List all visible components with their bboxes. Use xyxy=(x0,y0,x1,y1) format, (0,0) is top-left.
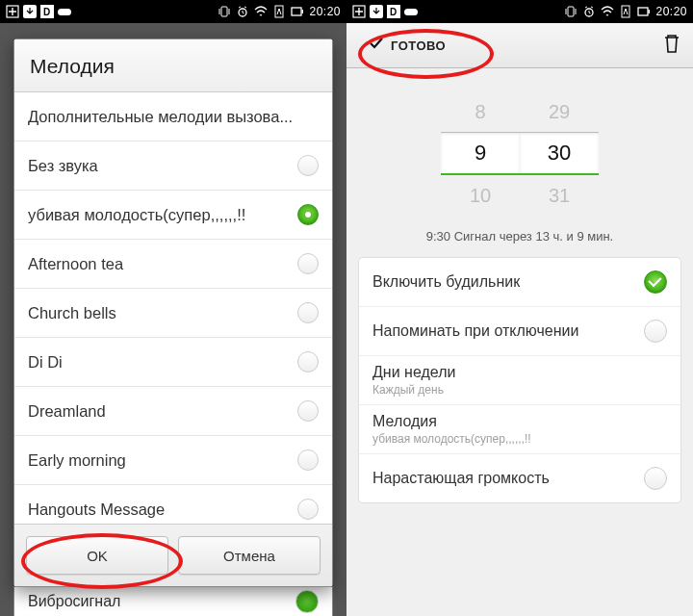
d-app-icon: D xyxy=(40,5,54,18)
svg-text:D: D xyxy=(43,7,50,17)
ringtone-label: Dreamland xyxy=(28,402,106,421)
statusbar-right: 20:20 xyxy=(218,5,341,18)
gamepad-icon xyxy=(404,5,418,18)
radio-indicator[interactable] xyxy=(297,302,319,323)
download-icon xyxy=(23,5,37,18)
statusbar-left: D xyxy=(6,5,71,18)
svg-rect-18 xyxy=(638,8,648,15)
statusbar: D 20:20 xyxy=(346,0,693,23)
minute-current: 30 xyxy=(520,132,599,175)
ringtone-item[interactable]: Dreamland xyxy=(14,387,332,436)
settings-row[interactable]: Включить будильник xyxy=(359,258,680,307)
wifi-icon xyxy=(254,5,268,18)
radio-indicator[interactable] xyxy=(297,155,319,176)
delete-button[interactable] xyxy=(662,33,681,58)
svg-rect-8 xyxy=(292,8,301,15)
hour-current: 9 xyxy=(441,132,520,175)
checkbox-indicator[interactable] xyxy=(644,270,667,294)
radio-indicator[interactable] xyxy=(297,400,319,422)
ringtone-item[interactable]: убивая молодость(супер,,,,,,!! xyxy=(14,191,332,240)
radio-indicator[interactable] xyxy=(297,499,319,520)
settings-row-subtitle: Каждый день xyxy=(372,383,455,397)
ringtone-item[interactable]: Без звука xyxy=(14,141,332,191)
ringtone-list[interactable]: Дополнительные мелодии вызова...Без звук… xyxy=(14,92,332,524)
ringtone-label: Без звука xyxy=(28,157,98,175)
data-icon xyxy=(619,5,632,18)
radio-indicator[interactable] xyxy=(297,449,319,471)
data-icon xyxy=(272,5,286,18)
hour-next: 10 xyxy=(441,175,520,216)
cancel-button[interactable]: Отмена xyxy=(178,536,321,575)
svg-rect-5 xyxy=(221,7,227,16)
ringtone-item[interactable]: Afternoon tea xyxy=(14,240,332,289)
settings-row[interactable]: Нарастающая громкость xyxy=(359,454,680,502)
ringtone-item[interactable]: Church bells xyxy=(14,289,332,338)
done-button[interactable]: ГОТОВО xyxy=(358,29,455,62)
alarm-settings-list: Включить будильникНапоминать при отключе… xyxy=(358,257,681,503)
statusbar-right: 20:20 xyxy=(564,5,687,18)
settings-row-title: Мелодия xyxy=(372,413,531,430)
settings-row[interactable]: Мелодияубивая молодость(супер,,,,,,!! xyxy=(359,405,680,454)
ringtone-label: Afternoon tea xyxy=(28,255,123,273)
radio-indicator[interactable] xyxy=(297,204,319,225)
vibrate-icon xyxy=(218,5,231,18)
minute-next: 31 xyxy=(520,175,599,216)
battery-icon xyxy=(637,5,651,18)
svg-text:D: D xyxy=(390,7,397,17)
settings-row[interactable]: Напоминать при отключении xyxy=(359,307,680,356)
statusbar: D 20:20 xyxy=(0,0,346,23)
alarm-icon xyxy=(582,5,596,18)
download-icon xyxy=(370,5,383,18)
left-screenshot: D 20:20 Вибросигнал Мелодия Дополнительн… xyxy=(0,0,346,616)
svg-rect-9 xyxy=(302,10,304,13)
peek-checkbox xyxy=(295,590,319,613)
settings-row[interactable]: Дни неделиКаждый день xyxy=(359,356,680,405)
status-clock: 20:20 xyxy=(655,5,687,18)
ringtone-dialog: Мелодия Дополнительные мелодии вызова...… xyxy=(13,38,333,587)
ringtone-label: Hangouts Message xyxy=(28,500,165,519)
checkmark-icon xyxy=(368,35,385,56)
done-label: ГОТОВО xyxy=(391,38,446,53)
status-clock: 20:20 xyxy=(309,5,341,18)
ringtone-item[interactable]: Дополнительные мелодии вызова... xyxy=(14,92,332,141)
alarm-icon xyxy=(236,5,249,18)
settings-row-title: Нарастающая громкость xyxy=(372,470,550,487)
ringtone-label: Дополнительные мелодии вызова... xyxy=(28,108,293,126)
alarm-body: 8 9 10 29 30 31 9:30 Сигнал через 13 ч. … xyxy=(346,68,693,616)
svg-rect-19 xyxy=(649,10,651,13)
ringtone-item[interactable]: Di Di xyxy=(14,338,332,387)
ringtone-label: убивая молодость(супер,,,,,,!! xyxy=(28,206,245,224)
hour-column[interactable]: 8 9 10 xyxy=(441,91,520,216)
ringtone-label: Church bells xyxy=(28,304,116,322)
settings-row-title: Включить будильник xyxy=(372,273,520,291)
minute-column[interactable]: 29 30 31 xyxy=(520,91,599,216)
ringtone-item[interactable]: Hangouts Message xyxy=(14,485,332,524)
alarm-summary: 9:30 Сигнал через 13 ч. и 9 мин. xyxy=(346,229,693,244)
wifi-icon xyxy=(601,5,614,18)
vibrate-icon xyxy=(564,5,578,18)
peeking-settings-row: Вибросигнал xyxy=(13,586,333,616)
plus-icon xyxy=(352,5,366,18)
checkbox-indicator[interactable] xyxy=(644,320,667,343)
time-picker[interactable]: 8 9 10 29 30 31 xyxy=(346,91,693,216)
minute-prev: 29 xyxy=(520,91,599,132)
radio-indicator[interactable] xyxy=(297,253,319,274)
ringtone-label: Di Di xyxy=(28,353,63,372)
hour-prev: 8 xyxy=(441,91,520,132)
peek-label: Вибросигнал xyxy=(28,593,120,610)
ringtone-item[interactable]: Early morning xyxy=(14,436,332,485)
gamepad-icon xyxy=(58,5,71,18)
right-screenshot: D 20:20 ГОТОВО 8 9 xyxy=(346,0,693,616)
battery-icon xyxy=(291,5,304,18)
dialog-buttons: OK Отмена xyxy=(14,524,332,586)
svg-rect-15 xyxy=(568,7,574,16)
svg-rect-14 xyxy=(404,9,418,15)
ringtone-label: Early morning xyxy=(28,451,126,470)
d-app-icon: D xyxy=(387,5,400,18)
dialog-title: Мелодия xyxy=(14,39,332,92)
checkbox-indicator[interactable] xyxy=(644,467,667,490)
ok-button[interactable]: OK xyxy=(26,536,168,575)
svg-rect-4 xyxy=(58,9,71,15)
radio-indicator[interactable] xyxy=(297,351,319,372)
statusbar-left: D xyxy=(352,5,418,18)
